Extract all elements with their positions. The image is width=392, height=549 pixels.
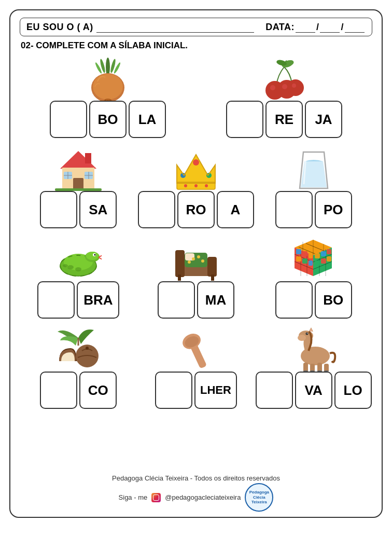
svg-rect-60 — [178, 274, 181, 281]
bed-image — [173, 237, 219, 281]
row1-right-boxes: RE JA — [226, 101, 342, 138]
svg-point-39 — [205, 184, 208, 187]
box-empty-8[interactable] — [275, 281, 313, 319]
brand-logo: PedagogaCléciaTeixeira — [245, 483, 273, 512]
box-RO: RO — [177, 191, 215, 228]
footer-line1: Pedagoga Clécia Teixeira - Todos os dire… — [20, 474, 372, 482]
cube-image — [291, 237, 335, 281]
box-empty-2[interactable] — [226, 101, 263, 138]
svg-point-6 — [93, 74, 123, 100]
box-empty-7[interactable] — [158, 281, 195, 319]
slash2: / — [341, 22, 344, 33]
svg-point-45 — [86, 252, 99, 260]
svg-point-92 — [86, 347, 89, 350]
box-JA: JA — [305, 101, 342, 138]
instruction: 02- COMPLETE COM A SÍLABA INICIAL. — [20, 40, 372, 51]
svg-point-49 — [75, 267, 81, 271]
svg-rect-87 — [315, 260, 320, 266]
box-empty-10[interactable] — [155, 372, 192, 409]
box-empty-11[interactable] — [256, 372, 293, 409]
coconut-group: CO — [20, 325, 137, 409]
svg-point-98 — [298, 335, 306, 341]
onion-image — [87, 57, 129, 101]
svg-rect-21 — [73, 178, 83, 189]
svg-point-37 — [184, 184, 187, 187]
svg-point-56 — [192, 257, 195, 260]
date-slots: / / — [295, 21, 366, 33]
box-empty-6[interactable] — [37, 281, 75, 319]
box-BO2: BO — [315, 281, 352, 319]
instagram-icon — [151, 493, 161, 502]
svg-rect-83 — [309, 260, 313, 266]
box-PO: PO — [315, 191, 352, 228]
box-BO: BO — [89, 101, 127, 138]
horse-image — [290, 327, 337, 372]
box-MA: MA — [197, 281, 234, 319]
box-empty-3[interactable] — [40, 191, 77, 228]
svg-rect-103 — [303, 363, 308, 372]
footer-bottom: Siga - me @pedagogacleciateixeira Pedago… — [20, 483, 372, 512]
row2: SA — [20, 144, 372, 228]
header: EU SOU O ( A) DATA: / / — [20, 18, 372, 36]
box-VA: VA — [295, 372, 332, 409]
date-year[interactable] — [345, 21, 365, 33]
box-A: A — [217, 191, 254, 228]
glass-group: PO — [255, 144, 372, 228]
row2-glass-boxes: PO — [275, 191, 352, 228]
svg-point-17 — [287, 79, 304, 96]
row4-horse-boxes: VA LO — [256, 372, 372, 409]
svg-rect-106 — [324, 364, 329, 372]
horse-group: VA LO — [255, 325, 372, 409]
svg-point-100 — [306, 333, 307, 334]
box-BRA: BRA — [77, 281, 119, 319]
row1-left-boxes: BO LA — [50, 101, 166, 138]
house-group: SA — [20, 144, 137, 228]
svg-rect-82 — [302, 258, 307, 264]
box-RE: RE — [265, 101, 303, 138]
row3-snake-boxes: BRA — [37, 281, 119, 319]
row4: CO LHER — [20, 325, 372, 409]
box-empty-5[interactable] — [275, 191, 313, 228]
svg-rect-79 — [302, 251, 307, 256]
snake-image — [55, 237, 102, 281]
date-day[interactable] — [296, 21, 315, 33]
footer: Pedagoga Clécia Teixeira - Todos os dire… — [20, 470, 372, 512]
row2-house-boxes: SA — [40, 191, 117, 228]
name-underline[interactable] — [96, 21, 254, 33]
svg-point-16 — [282, 84, 287, 89]
row2-crown-boxes: RO A — [138, 191, 254, 228]
svg-rect-88 — [321, 258, 326, 264]
slash1: / — [316, 22, 319, 33]
coconut-image — [55, 327, 102, 372]
bed-group: MA — [137, 235, 255, 319]
svg-rect-89 — [327, 256, 331, 262]
row4-spoon-boxes: LHER — [155, 372, 237, 409]
spoon-group: LHER — [137, 325, 255, 409]
svg-rect-52 — [175, 250, 185, 277]
main-container: EU SOU O ( A) DATA: / / 02- COMPLETE COM… — [9, 9, 383, 518]
svg-rect-81 — [296, 256, 301, 262]
box-LHER: LHER — [194, 372, 237, 409]
svg-rect-29 — [85, 153, 91, 163]
spoon-image — [173, 327, 219, 372]
svg-point-47 — [94, 254, 96, 256]
svg-point-50 — [63, 264, 68, 267]
svg-rect-84 — [315, 253, 320, 258]
box-empty-4[interactable] — [138, 191, 175, 228]
cherry-image — [258, 57, 310, 101]
crown-image — [173, 147, 219, 191]
svg-point-38 — [194, 184, 198, 187]
cube-group: BO — [255, 235, 372, 319]
box-empty-1[interactable] — [50, 101, 87, 138]
box-empty-9[interactable] — [40, 372, 77, 409]
date-month[interactable] — [320, 21, 340, 33]
svg-point-57 — [197, 255, 200, 258]
svg-rect-104 — [310, 364, 315, 372]
snake-group: BRA — [20, 235, 137, 319]
svg-point-14 — [270, 85, 275, 90]
row3-cube-boxes: BO — [275, 281, 352, 319]
row4-coconut-boxes: CO — [40, 372, 117, 409]
svg-rect-78 — [296, 249, 301, 254]
row1-right-group: RE JA — [196, 54, 372, 138]
box-CO: CO — [79, 372, 117, 409]
